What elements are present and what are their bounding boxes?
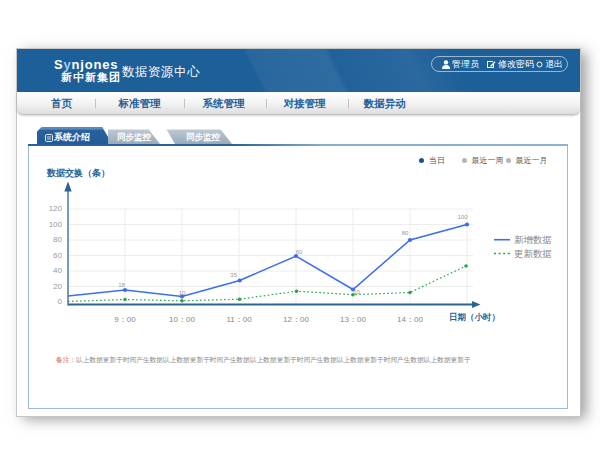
svg-text:120: 120 bbox=[49, 204, 63, 213]
svg-text:35: 35 bbox=[230, 272, 237, 278]
svg-text:100: 100 bbox=[457, 214, 468, 220]
svg-text:11：00: 11：00 bbox=[226, 315, 252, 324]
svg-text:10：00: 10：00 bbox=[169, 315, 195, 324]
svg-text:13：00: 13：00 bbox=[340, 315, 366, 324]
svg-text:80: 80 bbox=[53, 235, 62, 244]
svg-text:10: 10 bbox=[353, 289, 360, 295]
svg-text:更新数据: 更新数据 bbox=[514, 248, 552, 259]
svg-text:40: 40 bbox=[53, 266, 62, 275]
svg-text:新增数据: 新增数据 bbox=[514, 234, 552, 245]
svg-text:12：00: 12：00 bbox=[283, 315, 309, 324]
svg-text:10: 10 bbox=[179, 290, 186, 296]
svg-text:9：00: 9：00 bbox=[114, 315, 136, 324]
svg-text:0: 0 bbox=[58, 297, 63, 306]
svg-text:14：00: 14：00 bbox=[397, 315, 423, 324]
svg-text:60: 60 bbox=[296, 249, 303, 255]
svg-text:100: 100 bbox=[49, 220, 63, 229]
svg-text:20: 20 bbox=[53, 282, 62, 291]
svg-text:60: 60 bbox=[53, 251, 62, 260]
svg-text:18: 18 bbox=[118, 282, 125, 288]
svg-text:80: 80 bbox=[402, 230, 409, 236]
